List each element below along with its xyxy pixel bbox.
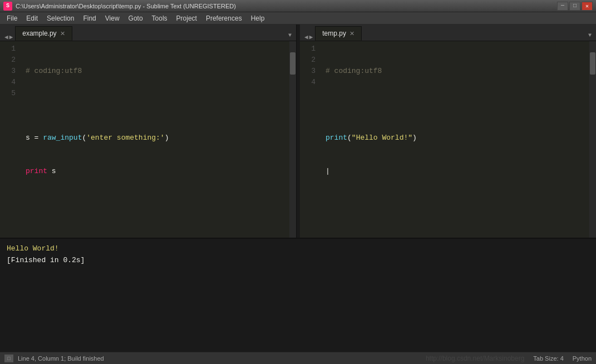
right-pane-prev-arrow[interactable]: ◀ [304,33,308,41]
left-code-line-5 [26,199,285,210]
line-num-2: 2 [0,55,16,66]
output-line-1: Hello World! [7,243,589,255]
menu-find[interactable]: Find [78,13,100,23]
right-editor-pane: ◀ ▶ temp.py ✕ ▼ 1 2 3 4 # coding:utf8 pr… [300,24,596,238]
language-text[interactable]: Python [573,355,592,362]
tab-temp-py-label: temp.py [322,29,346,37]
left-code-line-2 [26,99,285,110]
right-line-num-1: 1 [300,43,316,55]
menu-preferences[interactable]: Preferences [201,13,247,23]
menu-selection[interactable]: Selection [42,13,78,23]
menu-file[interactable]: File [2,13,22,23]
left-scrollbar[interactable] [289,41,296,238]
editor-area: ◀ ▶ example.py ✕ ▼ 1 2 3 4 5 # coding:ut… [0,24,596,238]
right-scrollbar[interactable] [589,41,596,238]
tab-example-py[interactable]: example.py ✕ [15,26,72,41]
tab-temp-py[interactable]: temp.py ✕ [315,26,362,41]
status-left: □ Line 4, Column 1; Build finished [4,355,104,362]
right-line-num-3: 3 [300,66,316,77]
left-tab-dropdown[interactable]: ▼ [286,30,294,41]
status-icon: □ [4,355,13,362]
left-code-line-3: s = raw_input('enter something:') [26,132,285,144]
right-line-num-2: 2 [300,55,316,66]
title-bar: S C:\Users\Administrator\Desktop\script\… [0,0,596,12]
minimize-button[interactable]: ─ [557,2,568,11]
left-editor-pane: ◀ ▶ example.py ✕ ▼ 1 2 3 4 5 # coding:ut… [0,24,297,238]
output-area: Hello World! [Finished in 0.2s] [0,238,596,352]
left-code-line-4: print s [26,166,285,177]
window-controls[interactable]: ─ □ ✕ [557,2,593,11]
menu-project[interactable]: Project [172,13,201,23]
title-bar-left: S C:\Users\Administrator\Desktop\script\… [3,2,236,11]
menu-edit[interactable]: Edit [22,13,42,23]
right-code-line-3: print("Hello World!") [326,132,585,144]
status-bar: □ Line 4, Column 1; Build finished http:… [0,352,596,364]
line-num-1: 1 [0,43,16,55]
line-num-5: 5 [0,88,16,99]
right-scrollbar-thumb[interactable] [590,52,595,75]
right-tab-bar: ◀ ▶ temp.py ✕ ▼ [300,24,596,41]
left-pane-prev-arrow[interactable]: ◀ [4,33,8,41]
menu-help[interactable]: Help [247,13,269,23]
line-num-3: 3 [0,66,16,77]
menu-bar: File Edit Selection Find View Goto Tools… [0,12,596,24]
output-hello-world: Hello World! [7,244,59,253]
window-title: C:\Users\Administrator\Desktop\script\te… [16,3,236,9]
close-button[interactable]: ✕ [582,2,593,11]
left-pane-next-arrow[interactable]: ▶ [9,33,13,41]
right-line-num-4: 4 [300,77,316,88]
right-tab-dropdown[interactable]: ▼ [586,30,594,41]
status-right: http://blog.csdn.net/Marksinoberg Tab Si… [426,355,592,362]
menu-view[interactable]: View [101,13,124,23]
sublime-text-icon: S [3,2,12,11]
right-pane-next-arrow[interactable]: ▶ [309,33,313,41]
tab-example-py-label: example.py [22,29,56,37]
watermark-text: http://blog.csdn.net/Marksinoberg [426,355,524,362]
right-comment-1: # coding:utf8 [326,66,382,77]
tab-example-py-close[interactable]: ✕ [60,30,65,37]
menu-tools[interactable]: Tools [147,13,172,23]
right-line-numbers: 1 2 3 4 [300,41,321,238]
left-scrollbar-thumb[interactable] [290,52,295,75]
maximize-button[interactable]: □ [569,2,580,11]
left-code-editor[interactable]: 1 2 3 4 5 # coding:utf8 s = raw_input('e… [0,41,296,238]
left-line-numbers: 1 2 3 4 5 [0,41,21,238]
left-code-line-1: # coding:utf8 [26,66,285,77]
menu-goto[interactable]: Goto [124,13,147,23]
right-code-content[interactable]: # coding:utf8 print("Hello World!") [321,41,589,238]
right-code-editor[interactable]: 1 2 3 4 # coding:utf8 print("Hello World… [300,41,596,238]
status-text: Line 4, Column 1; Build finished [18,355,104,362]
tab-size-text[interactable]: Tab Size: 4 [533,355,563,362]
right-code-line-2 [326,99,585,110]
output-finished: [Finished in 0.2s] [7,256,85,264]
right-code-line-4 [326,166,585,177]
left-code-content[interactable]: # coding:utf8 s = raw_input('enter somet… [21,41,289,238]
tab-temp-py-close[interactable]: ✕ [349,30,354,37]
line-num-4: 4 [0,77,16,88]
left-comment-1: # coding:utf8 [26,66,82,77]
output-line-2: [Finished in 0.2s] [7,255,589,267]
left-tab-bar: ◀ ▶ example.py ✕ ▼ [0,24,296,41]
right-code-line-1: # coding:utf8 [326,66,585,77]
